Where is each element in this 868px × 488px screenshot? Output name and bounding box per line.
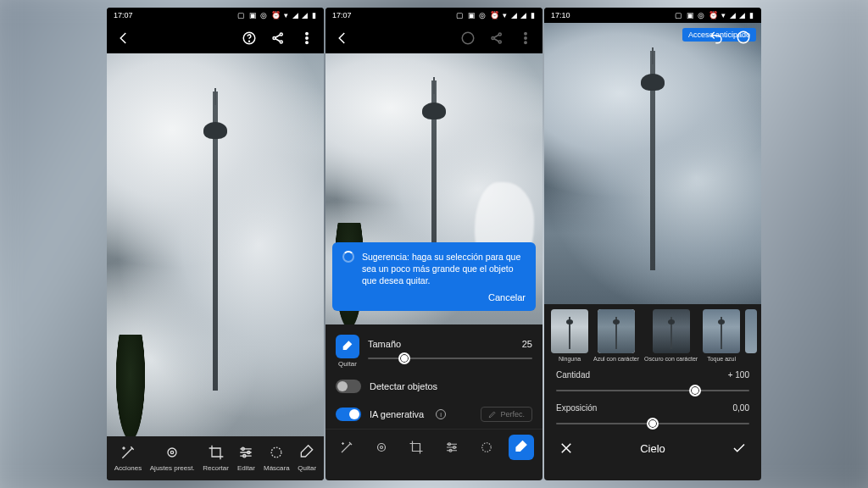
refine-button[interactable]: Perfec. xyxy=(481,407,532,422)
spinner-icon xyxy=(342,251,354,263)
phone-screen-2: 17:07 ▢ ▣ ◎ ⏰ ▾ ◢ ◢ ▮ xyxy=(326,8,542,480)
svg-point-7 xyxy=(306,42,308,43)
status-icons: ▢ ▣ ◎ ⏰ ▾ ◢ ◢ ▮ xyxy=(456,11,536,19)
sky-thumb-toque-azul[interactable]: Toque azul xyxy=(703,309,740,362)
status-icons: ▢ ▣ ◎ ⏰ ▾ ◢ ◢ ▮ xyxy=(237,11,317,19)
sky-title: Cielo xyxy=(640,442,665,455)
svg-point-20 xyxy=(525,42,526,43)
tool-chip-label: Quitar xyxy=(338,360,357,368)
help-icon[interactable] xyxy=(459,30,476,47)
hint-cancel-button[interactable]: Cancelar xyxy=(342,291,526,304)
tool-recortar[interactable]: Recortar xyxy=(203,443,229,472)
app-header xyxy=(107,23,324,53)
svg-point-13 xyxy=(271,447,281,458)
remove-panel: Quitar Tamaño 25 D xyxy=(326,324,542,467)
status-time: 17:07 xyxy=(114,11,133,19)
amount-value: + 100 xyxy=(728,370,749,380)
tool-label: Acciones xyxy=(114,464,142,472)
svg-point-26 xyxy=(482,443,492,452)
mode-mask-icon[interactable] xyxy=(474,435,499,460)
generative-ai-toggle[interactable] xyxy=(336,408,361,421)
hint-text: Sugerencia: haga su selección para que s… xyxy=(362,251,525,287)
recortar-icon xyxy=(207,443,225,462)
detect-objects-label: Detectar objetos xyxy=(370,381,437,391)
sky-preset-thumbnails: NingunaAzul con carácterOscuro con carác… xyxy=(544,304,761,363)
share-icon[interactable] xyxy=(270,30,287,47)
photo-tower-head xyxy=(641,74,665,91)
amount-label: Cantidad xyxy=(556,370,590,380)
share-icon[interactable] xyxy=(488,30,505,47)
svg-point-15 xyxy=(492,37,494,40)
sky-sliders: Cantidad + 100 Exposición 0,00 xyxy=(544,363,761,431)
tool-chip-quitar[interactable]: Quitar xyxy=(336,335,359,368)
mode-heal-icon[interactable] xyxy=(369,435,394,460)
photo-canvas[interactable]: Sugerencia: haga su selección para que s… xyxy=(326,53,542,324)
info-icon[interactable]: i xyxy=(436,409,446,419)
status-bar: 17:07 ▢ ▣ ◎ ⏰ ▾ ◢ ◢ ▮ xyxy=(107,8,324,23)
thumb-label: Azul con carácter xyxy=(593,356,639,362)
detect-objects-toggle[interactable] xyxy=(336,380,361,393)
mode-adjust-icon[interactable] xyxy=(439,435,465,460)
tool-acciones[interactable]: Acciones xyxy=(114,443,142,472)
phone-screen-1: 17:07 ▢ ▣ ◎ ⏰ ▾ ◢ ◢ ▮ xyxy=(107,8,324,480)
overflow-menu-icon[interactable] xyxy=(517,30,534,47)
eraser-icon xyxy=(336,335,359,358)
svg-point-8 xyxy=(168,448,176,457)
ajustes-icon xyxy=(163,443,181,462)
thumb-label: Oscuro con carácter xyxy=(644,356,698,362)
exposure-slider[interactable] xyxy=(556,418,749,430)
tool-mascara[interactable]: Máscara xyxy=(264,443,290,472)
sky-thumb-ninguna[interactable]: Ninguna xyxy=(551,309,588,362)
app-header xyxy=(326,23,542,53)
size-value: 25 xyxy=(522,339,532,349)
mode-erase-icon[interactable] xyxy=(509,435,534,460)
svg-point-16 xyxy=(498,33,501,36)
svg-point-22 xyxy=(380,446,382,449)
tool-ajustes[interactable]: Ajustes preest. xyxy=(150,443,195,472)
overflow-menu-icon[interactable] xyxy=(298,30,315,47)
tool-label: Máscara xyxy=(264,464,290,472)
svg-point-27 xyxy=(737,31,749,43)
status-bar: 17:07 ▢ ▣ ◎ ⏰ ▾ ◢ ◢ ▮ xyxy=(326,8,542,23)
sky-thumb-azul-caracter[interactable]: Azul con carácter xyxy=(593,309,639,362)
back-button[interactable] xyxy=(334,30,351,47)
tool-editar[interactable]: Editar xyxy=(236,443,255,472)
quitar-icon xyxy=(298,443,316,462)
help-icon[interactable] xyxy=(736,30,751,47)
thumb-label: Toque azul xyxy=(707,356,736,362)
svg-point-1 xyxy=(249,41,250,42)
photo-tree xyxy=(114,335,147,436)
undo-icon[interactable] xyxy=(709,30,724,47)
svg-point-4 xyxy=(280,41,282,43)
sky-thumb-mas[interactable] xyxy=(745,309,757,362)
sky-thumb-oscuro-caracter[interactable]: Oscuro con carácter xyxy=(644,309,698,362)
mode-wand-icon[interactable] xyxy=(334,435,359,460)
mode-crop-icon[interactable] xyxy=(403,435,429,460)
tool-label: Editar xyxy=(237,464,255,472)
status-time: 17:07 xyxy=(332,11,352,19)
amount-slider[interactable] xyxy=(556,385,749,396)
svg-point-3 xyxy=(280,33,282,36)
svg-point-14 xyxy=(462,32,474,44)
cancel-button[interactable] xyxy=(558,440,575,457)
status-bar: 17:10 ▢ ▣ ◎ ⏰ ▾ ◢ ◢ ▮ xyxy=(544,8,761,23)
svg-point-2 xyxy=(273,37,275,40)
mascara-icon xyxy=(267,443,286,462)
svg-point-9 xyxy=(171,451,174,453)
phone-screen-3: 17:10 ▢ ▣ ◎ ⏰ ▾ ◢ ◢ ▮ Acceso anticipado … xyxy=(544,8,761,480)
confirm-button[interactable] xyxy=(731,440,748,457)
back-button[interactable] xyxy=(115,30,132,47)
size-label: Tamaño xyxy=(368,339,401,349)
photo-canvas[interactable] xyxy=(107,53,324,436)
tool-label: Recortar xyxy=(203,464,229,472)
exposure-value: 0,00 xyxy=(733,403,749,413)
size-slider[interactable] xyxy=(368,352,532,364)
hint-tooltip: Sugerencia: haga su selección para que s… xyxy=(332,242,536,311)
thumb-label: Ninguna xyxy=(559,356,581,362)
tool-quitar[interactable]: Quitar xyxy=(298,443,316,472)
help-icon[interactable] xyxy=(241,30,258,47)
sky-footer: Cielo xyxy=(544,431,761,465)
editar-icon xyxy=(236,443,255,462)
photo-canvas[interactable]: Acceso anticipado xyxy=(544,23,761,304)
sky-header xyxy=(544,23,761,53)
